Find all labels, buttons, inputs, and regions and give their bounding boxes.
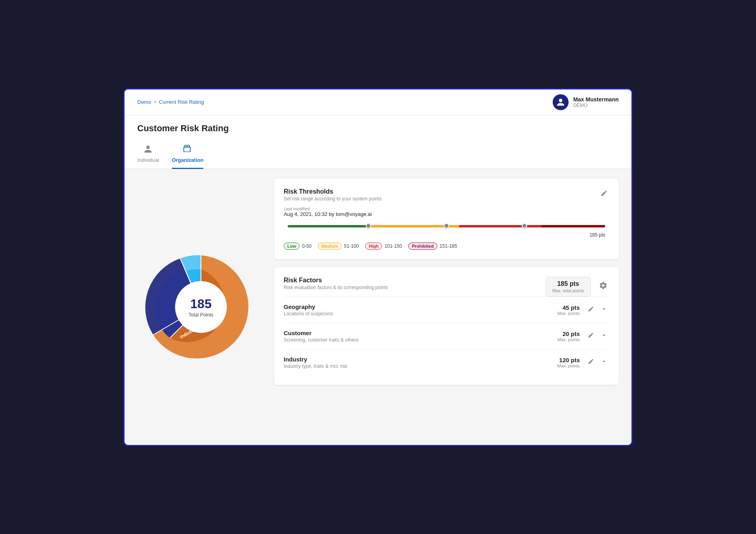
risk-factors-panel: Risk Factors Risk evaluation factors & i… xyxy=(274,267,619,385)
panel-title-area: Risk Thresholds Set risk range according… xyxy=(284,188,382,202)
rf-geography-expand-button[interactable] xyxy=(599,304,609,316)
header: Demo > Current Risk Rating Max Musterman… xyxy=(125,89,631,115)
slider-dot-3[interactable] xyxy=(522,223,527,229)
page-title-area: Customer Risk Rating xyxy=(125,115,631,140)
slider-track-container xyxy=(288,225,605,228)
badge-prohibited: Prohibited xyxy=(408,243,437,250)
user-org: DEMO xyxy=(573,103,619,108)
legend-item-medium: Medium 51-100 xyxy=(318,243,359,250)
rf-geography-edit-button[interactable] xyxy=(586,304,596,316)
risk-factors-subtitle: Risk evaluation factors & its correspond… xyxy=(284,285,388,290)
organization-icon xyxy=(183,145,192,155)
page-title: Customer Risk Rating xyxy=(137,123,619,134)
rf-customer-edit-button[interactable] xyxy=(586,330,596,342)
rf-geography-pts-label: Max. points xyxy=(557,311,580,316)
total-pts-label: Max. total points xyxy=(552,288,584,293)
legend-item-low: Low 0-50 xyxy=(284,243,312,250)
legend-item-prohibited: Prohibited 151-185 xyxy=(408,243,457,250)
tab-organization-label: Organization xyxy=(172,157,203,163)
legend-range-high: 101-150 xyxy=(384,243,402,249)
last-modified-value: Aug 4, 2021, 10:32 by tom@voyage.ai xyxy=(284,211,609,217)
legend-item-high: High 101-150 xyxy=(365,243,402,250)
rf-industry-desc: Industry type, traits & mcc risk xyxy=(284,363,347,369)
rf-industry-expand-button[interactable] xyxy=(599,356,609,369)
tab-organization[interactable]: Organization xyxy=(172,140,203,169)
legend-range-medium: 51-100 xyxy=(344,243,359,249)
rf-customer-left: Customer Screening, customer traits & ot… xyxy=(284,330,358,343)
app-frame: Demo > Current Risk Rating Max Musterman… xyxy=(123,88,633,446)
rf-industry-edit-button[interactable] xyxy=(586,357,596,368)
badge-high: High xyxy=(365,243,382,250)
risk-factors-title: Risk Factors xyxy=(284,277,388,284)
rf-industry-pts: 120 pts Max. points xyxy=(557,357,580,368)
rf-customer-desc: Screening, customer traits & others xyxy=(284,337,358,343)
rf-industry-name: Industry xyxy=(284,356,347,363)
rf-customer-name: Customer xyxy=(284,330,358,336)
risk-factors-settings-button[interactable] xyxy=(597,280,609,293)
rf-customer-pts-label: Max. points xyxy=(557,337,580,342)
slider-dots xyxy=(288,223,605,229)
tabs: Individual Organization xyxy=(125,140,631,169)
slider-area: 185 pts xyxy=(284,225,609,238)
rf-geography-right: 45 pts Max. points xyxy=(557,304,609,316)
last-modified-label: Last modified xyxy=(284,206,609,211)
legend-range-prohibited: 151-185 xyxy=(440,243,457,249)
rf-geography-pts-value: 45 pts xyxy=(557,304,580,311)
user-text: Max Mustermann DEMO xyxy=(573,96,619,108)
legend-range-low: 0-50 xyxy=(302,243,312,249)
rf-customer-pts: 20 pts Max. points xyxy=(557,330,580,342)
tab-individual-label: Individual xyxy=(137,157,159,163)
tab-individual[interactable]: Individual xyxy=(137,140,159,169)
rf-geography-left: Geography Locations of suspicions xyxy=(284,303,333,317)
rf-customer-right: 20 pts Max. points xyxy=(557,330,609,342)
rf-industry-pts-value: 120 pts xyxy=(557,357,580,363)
svg-point-6 xyxy=(175,281,227,333)
risk-factors-controls: 185 pts Max. total points xyxy=(546,277,609,297)
chart-area: Industry Geography Customer 185 Total Po… xyxy=(137,179,265,435)
legend: Low 0-50 Medium 51-100 High 101-150 Proh… xyxy=(284,243,609,250)
badge-low: Low xyxy=(284,243,300,250)
slider-dot-2[interactable] xyxy=(444,223,449,229)
risk-factor-geography: Geography Locations of suspicions 45 pts… xyxy=(284,297,609,323)
rf-industry-left: Industry Industry type, traits & mcc ris… xyxy=(284,356,347,369)
rf-industry-right: 120 pts Max. points xyxy=(557,356,609,369)
total-pts-box: 185 pts Max. total points xyxy=(546,277,591,297)
user-info: Max Mustermann DEMO xyxy=(553,94,619,110)
breadcrumb-separator: > xyxy=(154,99,157,105)
rf-geography-name: Geography xyxy=(284,303,333,310)
risk-thresholds-edit-button[interactable] xyxy=(599,188,609,200)
rf-geography-pts: 45 pts Max. points xyxy=(557,304,580,316)
last-modified-area: Last modified Aug 4, 2021, 10:32 by tom@… xyxy=(284,206,609,217)
slider-end-label: 185 pts xyxy=(284,232,605,238)
individual-icon xyxy=(144,145,152,155)
risk-thresholds-title: Risk Thresholds xyxy=(284,188,382,195)
breadcrumb: Demo > Current Risk Rating xyxy=(137,99,204,105)
risk-factor-industry: Industry Industry type, traits & mcc ris… xyxy=(284,349,609,375)
risk-thresholds-subtitle: Set risk range according to your system … xyxy=(284,196,382,202)
breadcrumb-current: Current Risk Rating xyxy=(159,99,204,105)
main-content: Industry Geography Customer 185 Total Po… xyxy=(125,169,631,445)
rf-customer-expand-button[interactable] xyxy=(599,330,609,342)
risk-factors-title-area: Risk Factors Risk evaluation factors & i… xyxy=(284,277,388,290)
donut-chart: Industry Geography Customer 185 Total Po… xyxy=(141,247,261,367)
risk-factors-header: Risk Factors Risk evaluation factors & i… xyxy=(284,277,609,297)
right-panels: Risk Thresholds Set risk range according… xyxy=(274,179,619,435)
rf-geography-actions xyxy=(586,304,609,316)
breadcrumb-demo[interactable]: Demo xyxy=(137,99,151,105)
rf-geography-desc: Locations of suspicions xyxy=(284,311,333,317)
user-name: Max Mustermann xyxy=(573,96,619,103)
slider-dot-1[interactable] xyxy=(366,223,371,229)
risk-thresholds-panel: Risk Thresholds Set risk range according… xyxy=(274,179,619,259)
total-pts-value: 185 pts xyxy=(552,280,584,287)
badge-medium: Medium xyxy=(318,243,342,250)
avatar xyxy=(553,94,569,110)
risk-factor-customer: Customer Screening, customer traits & ot… xyxy=(284,323,609,349)
panel-header: Risk Thresholds Set risk range according… xyxy=(284,188,609,202)
rf-customer-actions xyxy=(586,330,609,342)
rf-industry-actions xyxy=(586,356,609,369)
rf-customer-pts-value: 20 pts xyxy=(557,330,580,337)
rf-industry-pts-label: Max. points xyxy=(557,363,580,368)
